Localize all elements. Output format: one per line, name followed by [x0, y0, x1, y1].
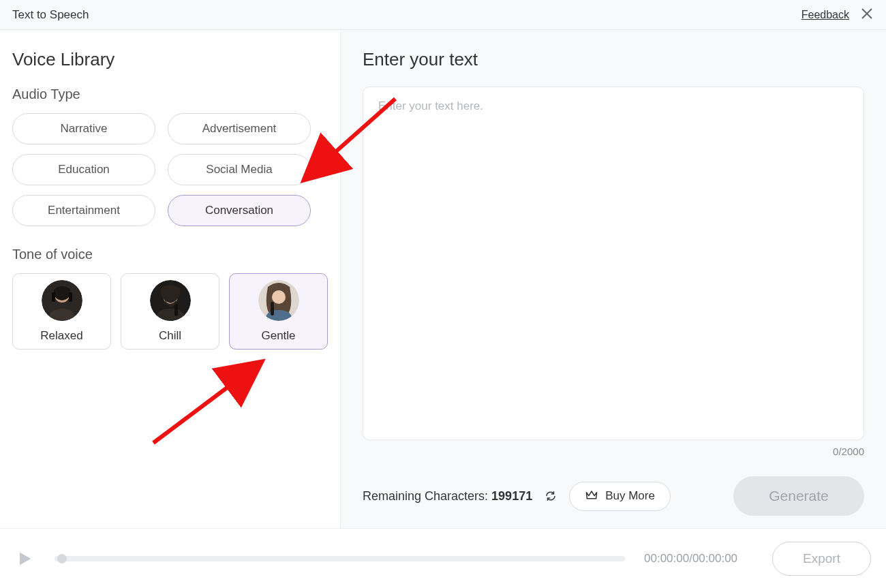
audio-type-social-media[interactable]: Social Media: [168, 154, 311, 185]
remaining-characters-value: 199171: [491, 489, 532, 503]
voice-library-title: Voice Library: [12, 49, 328, 70]
header-actions: Feedback: [801, 7, 874, 23]
audio-type-entertainment[interactable]: Entertainment: [12, 195, 155, 226]
refresh-icon[interactable]: [545, 490, 557, 502]
buy-more-label: Buy More: [605, 489, 655, 503]
slider-thumb[interactable]: [57, 554, 67, 563]
tone-label: Chill: [159, 329, 181, 343]
audio-type-advertisement[interactable]: Advertisement: [168, 113, 311, 144]
remaining-characters-row: Remaining Characters: 199171 Buy More: [363, 482, 671, 511]
svg-rect-4: [69, 292, 72, 302]
remaining-characters-text: Remaining Characters: 199171: [363, 489, 532, 504]
play-icon[interactable]: [15, 548, 35, 569]
crown-icon: [585, 488, 598, 505]
avatar: [42, 280, 82, 321]
close-icon[interactable]: [860, 7, 874, 23]
tone-chill[interactable]: Chill: [121, 273, 219, 350]
tone-of-voice-label: Tone of voice: [12, 247, 328, 262]
tone-label: Gentle: [261, 329, 295, 343]
tone-label: Relaxed: [40, 329, 82, 343]
char-counter: 0/2000: [363, 446, 864, 457]
generate-button[interactable]: Generate: [733, 476, 864, 516]
buy-more-button[interactable]: Buy More: [569, 482, 671, 511]
tone-relaxed[interactable]: Relaxed: [12, 273, 111, 350]
header-bar: Text to Speech Feedback: [0, 0, 886, 30]
bottom-row: Remaining Characters: 199171 Buy More Ge…: [363, 476, 864, 516]
remaining-characters-label: Remaining Characters:: [363, 489, 488, 503]
sidebar: Voice Library Audio Type Narrative Adver…: [0, 30, 341, 528]
audio-type-education[interactable]: Education: [12, 154, 155, 185]
main-panel: Enter your text 0/2000 Remaining Charact…: [341, 30, 886, 528]
avatar: [150, 280, 191, 321]
svg-rect-3: [52, 292, 55, 302]
svg-rect-12: [271, 302, 274, 315]
text-input[interactable]: [363, 87, 864, 440]
svg-rect-8: [174, 304, 178, 316]
content-area: Voice Library Audio Type Narrative Adver…: [0, 30, 886, 528]
app-title: Text to Speech: [12, 8, 89, 22]
export-button[interactable]: Export: [772, 542, 871, 576]
playback-time: 00:00:00/00:00:00: [644, 552, 753, 566]
tone-gentle[interactable]: Gentle: [229, 273, 328, 350]
playback-slider[interactable]: [55, 556, 625, 561]
feedback-link[interactable]: Feedback: [801, 9, 849, 21]
audio-type-label: Audio Type: [12, 87, 328, 102]
audio-type-conversation[interactable]: Conversation: [168, 195, 311, 226]
svg-point-11: [272, 290, 286, 304]
enter-text-title: Enter your text: [363, 49, 864, 70]
player-footer: 00:00:00/00:00:00 Export: [0, 528, 886, 588]
audio-type-narrative[interactable]: Narrative: [12, 113, 155, 144]
avatar: [258, 280, 299, 321]
